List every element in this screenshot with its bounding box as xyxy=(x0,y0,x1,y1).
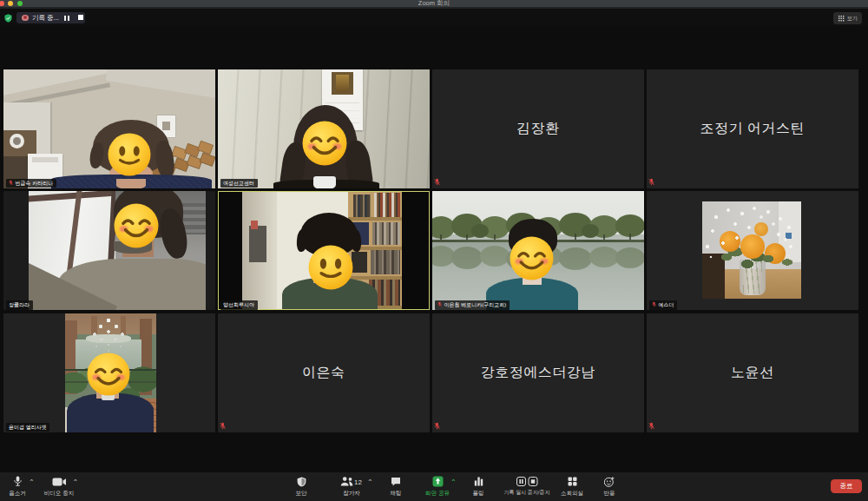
svg-text:12: 12 xyxy=(354,478,362,486)
